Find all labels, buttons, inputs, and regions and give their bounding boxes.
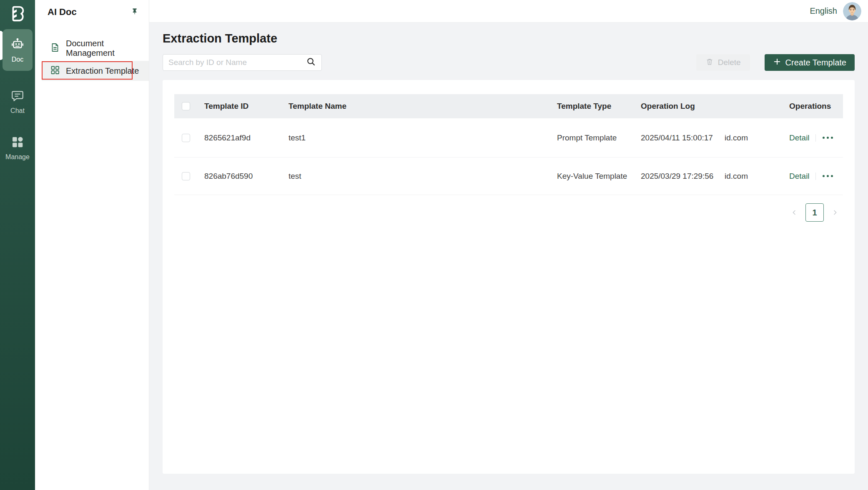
sidebar-item-document-management[interactable]: Document Management: [35, 38, 149, 58]
document-icon: [50, 42, 60, 55]
toolbar: Delete Create Template: [163, 54, 855, 71]
user-avatar[interactable]: [843, 2, 861, 20]
pagination: 1: [174, 203, 843, 222]
search-input[interactable]: [168, 58, 306, 67]
operation-log-time: 2025/03/29 17:29:56: [641, 172, 713, 180]
robot-icon: [10, 37, 25, 53]
detail-link[interactable]: Detail: [789, 172, 810, 181]
sidebar-title: AI Doc: [48, 7, 77, 18]
operation-log-time: 2025/04/11 15:00:17: [641, 133, 713, 142]
page-number-button[interactable]: 1: [805, 203, 824, 222]
delete-button-label: Delete: [718, 58, 741, 67]
template-grid-icon: [50, 65, 60, 77]
chevron-left-icon[interactable]: [790, 209, 798, 216]
sidebar-menu: Document Management Extraction Template: [35, 38, 149, 81]
select-all-checkbox[interactable]: [182, 102, 190, 110]
template-type-cell: Prompt Template: [557, 133, 641, 142]
create-template-button[interactable]: Create Template: [765, 54, 855, 71]
template-id-cell: 826ab76d590: [204, 172, 288, 181]
topbar: English: [149, 0, 868, 22]
column-header-operations: Operations: [789, 102, 843, 111]
template-id-cell: 8265621af9d: [204, 133, 288, 142]
sidebar-item-label: Document Management: [66, 39, 149, 58]
column-header-template-id: Template ID: [204, 102, 288, 111]
sidebar-item-label: Extraction Template: [66, 66, 139, 76]
actions-divider: [815, 134, 816, 142]
operator-cell: id.com: [725, 133, 748, 142]
pin-icon[interactable]: [130, 7, 139, 17]
search-icon[interactable]: [306, 57, 316, 68]
create-template-label: Create Template: [785, 58, 846, 68]
delete-button[interactable]: Delete: [696, 54, 750, 71]
manage-grid-icon: [11, 135, 24, 150]
trash-icon: [705, 58, 714, 68]
more-actions-icon[interactable]: [822, 173, 834, 179]
column-header-template-type: Template Type: [557, 102, 641, 111]
sidebar-item-extraction-template[interactable]: Extraction Template: [42, 61, 149, 81]
app-logo[interactable]: [0, 0, 35, 28]
ai-doc-logo-icon: [8, 4, 27, 25]
template-type-cell: Key-Value Template: [557, 172, 641, 181]
column-header-template-name: Template Name: [288, 102, 557, 111]
rail-item-label: Chat: [10, 107, 25, 115]
rail-item-label: Doc: [12, 56, 23, 63]
column-header-operation-log: Operation Log: [641, 102, 725, 111]
actions-divider: [815, 172, 816, 180]
detail-link[interactable]: Detail: [789, 133, 810, 142]
language-selector[interactable]: English: [810, 6, 837, 16]
page-title: Extraction Template: [163, 32, 855, 45]
rail-item-manage[interactable]: Manage: [3, 133, 33, 162]
table-header-row: Template ID Template Name Template Type …: [174, 94, 843, 118]
chevron-right-icon[interactable]: [831, 209, 839, 216]
template-table-card: Template ID Template Name Template Type …: [163, 80, 855, 474]
row-checkbox[interactable]: [182, 134, 190, 142]
chat-icon: [10, 88, 25, 104]
rail-item-doc[interactable]: Doc: [3, 29, 33, 71]
table-row: 826ab76d590 test Key-Value Template 2025…: [174, 158, 843, 195]
rail-item-label: Manage: [5, 153, 30, 161]
table-row: 8265621af9d test1 Prompt Template 2025/0…: [174, 118, 843, 158]
operator-cell: id.com: [725, 172, 748, 180]
page-content: Extraction Template: [149, 22, 868, 490]
template-name-cell: test1: [288, 133, 557, 142]
template-name-cell: test: [288, 172, 557, 181]
plus-icon: [773, 58, 781, 68]
secondary-sidebar: AI Doc Document Management: [35, 0, 149, 490]
more-actions-icon[interactable]: [822, 135, 834, 140]
row-checkbox[interactable]: [182, 172, 190, 180]
rail-item-chat[interactable]: Chat: [3, 87, 33, 116]
primary-nav-rail: Doc Chat Manage: [0, 0, 35, 490]
main-area: English Extraction Template: [149, 0, 868, 490]
search-box[interactable]: [163, 54, 322, 71]
